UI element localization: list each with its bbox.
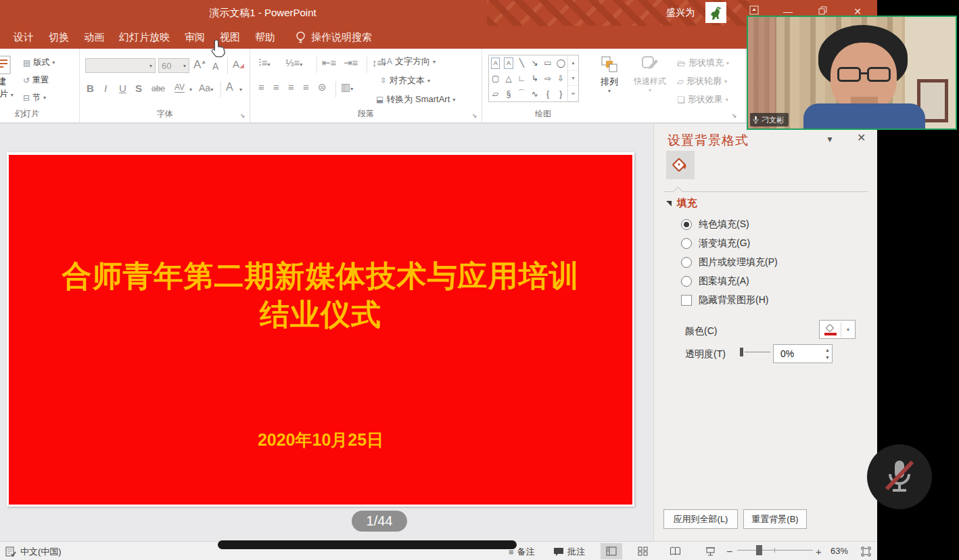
apply-to-all-button[interactable]: 应用到全部(L) [663,509,738,529]
shape-arc-icon[interactable]: ⌒ [515,86,528,101]
align-right-button[interactable]: ≡ [288,81,294,93]
layout-button[interactable]: ▤ 版式▾ [23,57,55,68]
reset-button[interactable]: ↺ 重置 [23,74,49,86]
slide-title[interactable]: 合师青年第二期新媒体技术与应用培训 结业仪式 [9,256,632,333]
shape-fill-button[interactable]: 🗁 形状填充▾ [677,57,729,69]
gradient-fill-option[interactable]: 渐变填充(G) [681,237,750,250]
radio-icon[interactable] [681,257,692,268]
avatar[interactable] [705,2,726,23]
comments-button[interactable]: 批注 [553,546,585,558]
align-left-button[interactable]: ≡ [258,81,264,93]
shapes-scroll-up-icon[interactable]: ▲ [568,55,578,71]
account-name[interactable]: 盛兴为 [666,7,695,19]
quick-styles-button[interactable]: 快速样式 ▾ [630,55,670,93]
convert-smartart-button[interactable]: ⬓ 转换为 SmartArt▾ [376,93,455,106]
arrange-button[interactable]: 排列 ▾ [594,55,624,94]
picture-fill-option[interactable]: 图片或纹理填充(P) [681,256,778,269]
zoom-out-button[interactable]: − [726,546,732,558]
shape-freeform-icon[interactable]: ▱ [489,86,502,101]
bullets-button[interactable]: ⁝≡▾ [258,57,271,69]
slide-sorter-view-button[interactable] [632,543,653,559]
color-caret-icon[interactable]: ▾ [847,327,849,333]
tab-help[interactable]: 帮助 [255,31,275,44]
font-dialog-launcher[interactable]: ⇘ [240,112,247,119]
shape-curve-icon[interactable]: ∿ [528,86,541,101]
transparency-value-box[interactable]: 0% ▲▼ [773,344,833,363]
fit-to-window-button[interactable] [855,543,876,559]
horizontal-scrollbar[interactable] [218,540,517,549]
hide-background-option[interactable]: 隐藏背景图形(H) [681,294,768,306]
shape-down-arrow-icon[interactable]: ⇩ [555,71,567,87]
radio-selected-icon[interactable] [681,219,692,230]
shape-arrow-line-icon[interactable]: ↘ [528,55,541,71]
pattern-fill-option[interactable]: 图案填充(A) [681,275,749,287]
slideshow-view-button[interactable] [699,543,721,559]
font-color-caret[interactable]: ▾ [239,87,242,93]
color-picker-button[interactable]: ▾ [819,320,856,339]
shape-right-brace-icon[interactable]: } [555,86,567,101]
drawing-dialog-launcher[interactable]: ⇘ [732,112,739,119]
new-slide-button[interactable]: 建 灯片 ▾ [0,54,14,100]
fill-tab-button[interactable] [666,151,695,179]
align-center-button[interactable]: ≡ [273,81,279,93]
tab-slideshow[interactable]: 幻灯片放映 [119,31,170,44]
radio-icon[interactable] [681,276,692,287]
shape-elbow-arrow-icon[interactable]: ↳ [528,71,541,87]
normal-view-button[interactable] [601,543,622,559]
pane-close-icon[interactable]: ✕ [857,131,866,144]
change-case-button[interactable]: Aa▾ [199,83,213,93]
shapes-gallery[interactable]: A A ╲ ↘ ▭ ◯ ▢ △ ∟ ↳ ⇨ ⇩ ▱ § ⌒ [488,55,579,102]
clear-formatting-button[interactable]: A◢ [233,58,244,70]
slide-canvas[interactable]: 合师青年第二期新媒体技术与应用培训 结业仪式 2020年10月25日 [7,152,634,507]
shape-rounded-rectangle-icon[interactable]: ▢ [489,71,502,87]
tab-design[interactable]: 设计 [14,31,34,44]
transparency-slider-thumb[interactable] [740,348,743,356]
font-color-button[interactable]: A [226,81,233,93]
shapes-gallery-scrollbar[interactable]: ▲ ▼ ⏛ [567,55,578,101]
numbering-button[interactable]: ⅓≡▾ [285,57,302,68]
zoom-slider-track[interactable] [737,550,813,551]
shape-scribble-icon[interactable]: § [502,86,515,101]
bold-button[interactable]: B [87,83,94,94]
tab-transitions[interactable]: 切换 [49,31,69,44]
strikethrough-button[interactable]: abe [151,84,165,93]
italic-button[interactable]: I [104,83,107,94]
section-button[interactable]: ⊟ 节▾ [23,92,46,103]
zoom-slider-thumb[interactable] [756,545,762,555]
shape-textbox-icon[interactable]: A [491,57,500,69]
transparency-slider-track[interactable] [745,352,770,352]
shape-left-brace-icon[interactable]: { [541,86,554,101]
tab-review[interactable]: 审阅 [185,31,205,44]
zoom-in-button[interactable]: + [816,546,822,557]
shape-oval-icon[interactable]: ◯ [555,55,567,71]
shapes-more-icon[interactable]: ⏛ [568,86,578,101]
increase-indent-button[interactable]: ⇥≡ [344,57,358,69]
shape-triangle-icon[interactable]: △ [502,71,515,87]
shape-elbow-icon[interactable]: ∟ [515,71,528,87]
shape-outline-button[interactable]: ▱ 形状轮廓▾ [677,75,727,87]
solid-fill-option[interactable]: 纯色填充(S) [681,218,749,231]
underline-button[interactable]: U [119,83,126,94]
spellcheck-status[interactable]: 中文(中国) [5,546,62,558]
paragraph-dialog-launcher[interactable]: ⇘ [472,112,479,119]
shape-rectangle-icon[interactable]: ▭ [541,55,554,71]
radio-icon[interactable] [681,238,692,249]
character-spacing-caret[interactable]: ▾ [189,87,192,93]
grow-font-button[interactable]: A▲ [193,58,206,72]
shrink-font-button[interactable]: A [212,61,218,72]
mic-muted-button[interactable] [867,444,932,509]
justify-button[interactable]: ≡ [303,81,309,93]
pane-options-caret-icon[interactable]: ▼ [826,135,834,144]
shape-right-arrow-icon[interactable]: ⇨ [541,71,554,87]
distribute-button[interactable]: ⊜ [318,81,327,93]
font-size-combo[interactable]: 60▾ [158,58,189,73]
zoom-level[interactable]: 63% [831,546,848,556]
columns-button[interactable]: ▥▾ [341,81,353,93]
decrease-indent-button[interactable]: ⇤≡ [322,57,336,69]
checkbox-icon[interactable] [681,295,692,306]
slide-date[interactable]: 2020年10月25日 [9,429,632,451]
spinner[interactable]: ▲▼ [825,346,830,361]
font-name-combo[interactable]: ▾ [85,58,156,73]
slide-background[interactable]: 合师青年第二期新媒体技术与应用培训 结业仪式 2020年10月25日 [9,155,632,505]
shape-effects-button[interactable]: ❏ 形状效果▾ [677,93,728,106]
